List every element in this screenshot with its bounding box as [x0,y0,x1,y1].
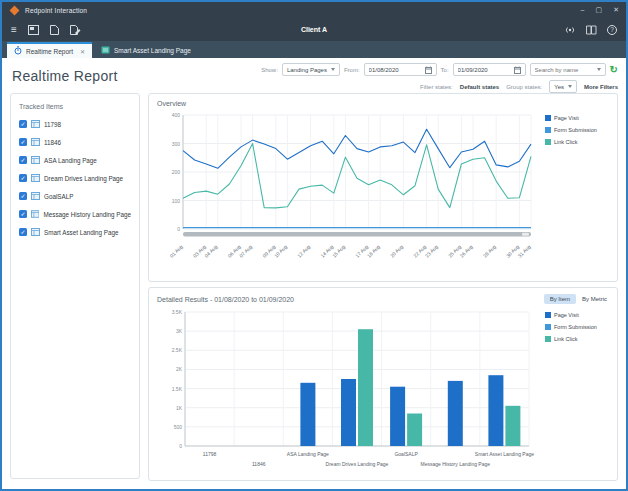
y-tick-label: 1K [176,405,183,411]
chevron-down-icon [331,68,335,71]
tracked-item-row[interactable]: ✓Smart Asset Landing Page [19,228,131,236]
book-icon[interactable] [586,25,597,35]
x-tick-label: 18 Aug [366,243,381,258]
legend-label: Page Visit [554,312,579,318]
hamburger-menu-icon[interactable]: ≡ [11,25,17,35]
legend-item[interactable]: Link Click [545,139,597,145]
tracked-item-label: Message History Landing Page [43,211,131,218]
tracked-item-row[interactable]: ✓11798 [19,120,131,128]
chart-h-scrollbar[interactable] [183,232,531,237]
scrollbar-thumb[interactable] [522,233,529,236]
client-label: Client A [2,26,626,33]
legend-item[interactable]: Page Visit [545,312,597,318]
titlebar: Redpoint Interaction – ▢ ✕ [2,2,626,18]
tab-close-icon[interactable]: ✕ [80,48,85,55]
tracked-item-row[interactable]: ✓Dream Drives Landing Page [19,174,131,182]
broadcast-icon[interactable] [564,25,576,35]
x-category-label: Smart Asset Landing Page [475,451,534,457]
minimize-button[interactable]: – [581,2,585,18]
legend-item[interactable]: Link Click [545,336,597,342]
tracked-items-title: Tracked Items [19,103,131,110]
y-tick-label: 2K [176,366,183,372]
by-metric-button[interactable]: By Metric [580,294,609,304]
page-grid-icon [31,120,40,128]
tab-label: Smart Asset Landing Page [114,47,191,54]
item-checkbox[interactable]: ✓ [19,120,27,128]
tracked-item-label: ASA Landing Page [44,157,97,164]
y-tick-label: 1.5K [172,386,183,392]
tracked-item-row[interactable]: ✓11846 [19,138,131,146]
x-tick-label: 10 Aug [273,243,288,258]
x-tick-label: 15 Aug [331,243,346,258]
by-item-button[interactable]: By Item [544,294,576,304]
from-date-field[interactable] [364,63,437,76]
bar [341,379,356,446]
x-category-label: 11798 [203,451,217,457]
item-checkbox[interactable]: ✓ [19,192,27,200]
bar [300,383,315,446]
page-grid-icon [31,210,39,218]
legend-item[interactable]: Page Visit [545,115,597,121]
from-date-input[interactable] [369,67,421,73]
y-tick-label: 500 [174,424,183,430]
more-filters-button[interactable]: More Filters [584,84,618,90]
show-dropdown[interactable]: Landing Pages [282,63,340,76]
to-date-field[interactable] [453,63,526,76]
search-field[interactable] [530,63,606,76]
item-checkbox[interactable]: ✓ [19,174,27,182]
item-checkbox[interactable]: ✓ [19,228,27,236]
tab-smart-asset-landing-page[interactable]: Smart Asset Landing Page [92,42,200,58]
item-checkbox[interactable]: ✓ [19,210,27,218]
page-grid-icon [31,192,40,200]
detailed-results-title: Detailed Results - 01/08/2020 to 01/09/2… [157,296,294,303]
tracked-item-row[interactable]: ✓Message History Landing Page [19,210,131,218]
legend-swatch-icon [545,324,551,330]
tab-realtime-report[interactable]: Realtime Report ✕ [7,42,92,58]
legend-item[interactable]: Form Submission [545,324,597,330]
legend-item[interactable]: Form Submission [545,127,597,133]
y-tick-label: 400 [172,112,181,118]
help-icon[interactable]: ? [607,25,617,35]
x-tick-label: 04 Aug [203,243,218,258]
item-checkbox[interactable]: ✓ [19,138,27,146]
y-tick-label: 3.5K [172,309,183,315]
detailed-legend: Page VisitForm SubmissionLink Click [545,306,597,474]
group-states-dropdown[interactable]: Yes [549,80,577,93]
window-layout-icon[interactable] [28,25,39,35]
y-tick-label: 0 [179,443,182,449]
y-tick-label: 200 [172,169,181,175]
bar [448,381,463,446]
window-close-button[interactable]: ✕ [613,2,619,18]
chevron-down-icon [597,68,601,71]
x-tick-label: 20 Aug [389,243,404,258]
x-category-label: Message History Landing Page [421,461,491,467]
show-dropdown-value: Landing Pages [287,67,327,73]
y-tick-label: 100 [172,198,181,204]
calendar-icon [514,66,521,74]
page-title: Realtime Report [12,68,118,84]
new-document-icon[interactable] [50,25,59,35]
filter-states-value: Default states [460,84,499,90]
search-input[interactable] [535,67,593,73]
refresh-icon[interactable]: ↻ [610,65,618,75]
legend-label: Form Submission [554,324,597,330]
legend-label: Form Submission [554,127,597,133]
tracked-item-row[interactable]: ✓ASA Landing Page [19,156,131,164]
x-tick-label: 07 Aug [238,243,253,258]
y-tick-label: 2.5K [172,347,183,353]
show-label: Show: [261,67,278,73]
detailed-bar-chart: 05001K1.5K2K2.5K3K3.5K1179811846ASA Land… [157,306,541,474]
item-checkbox[interactable]: ✓ [19,156,27,164]
page-grid-icon [31,138,40,146]
x-tick-label: 12 Aug [296,243,311,258]
window-controls: – ▢ ✕ [581,2,619,18]
to-date-input[interactable] [458,67,510,73]
x-tick-label: 28 Aug [482,243,497,258]
x-tick-label: 26 Aug [458,243,473,258]
overview-legend: Page VisitForm SubmissionLink Click [545,109,597,275]
bar [358,329,373,446]
x-tick-label: 23 Aug [424,243,439,258]
tracked-item-row[interactable]: ✓GoalSALP [19,192,131,200]
edit-document-icon[interactable] [70,25,81,35]
maximize-button[interactable]: ▢ [596,2,603,18]
